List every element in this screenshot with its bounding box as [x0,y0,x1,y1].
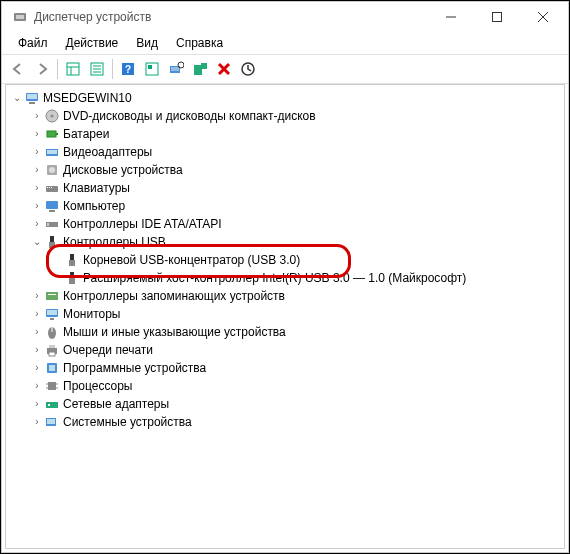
display-adapter-icon [44,144,60,160]
tree-node-software[interactable]: › Программные устройства [6,359,564,377]
expander-icon[interactable]: › [30,143,44,161]
tree-node-monitors[interactable]: › Мониторы [6,305,564,323]
menu-help[interactable]: Справка [168,34,231,52]
tree-node-mice[interactable]: › Мыши и иные указывающие устройства [6,323,564,341]
scan-hardware-button[interactable] [164,57,188,81]
tree-node-display[interactable]: › Видеоадаптеры [6,143,564,161]
svg-rect-43 [47,223,49,226]
tree-node-system[interactable]: › Системные устройства [6,413,564,431]
svg-rect-39 [51,187,52,188]
expander-icon[interactable]: › [30,125,44,143]
svg-rect-49 [69,278,75,284]
uninstall-button[interactable] [212,57,236,81]
network-icon [44,396,60,412]
svg-rect-45 [49,242,55,248]
expander-icon[interactable]: › [30,359,44,377]
tree-node-ide[interactable]: › Контроллеры IDE ATA/ATAPI [6,215,564,233]
expander-icon[interactable]: ⌄ [10,89,24,107]
svg-rect-62 [48,382,56,390]
node-label: Расширяемый хост-контроллер Intel(R) USB… [83,269,466,287]
usb-icon [44,234,60,250]
mouse-icon [44,324,60,340]
computer-icon [44,198,60,214]
svg-rect-51 [48,294,56,295]
maximize-button[interactable] [474,2,520,32]
expander-icon[interactable]: › [30,395,44,413]
expander-icon[interactable]: › [30,161,44,179]
expander-icon[interactable]: › [30,179,44,197]
usb-icon [64,270,80,286]
svg-rect-46 [70,254,74,260]
tree-node-storage-controllers[interactable]: › Контроллеры запоминающих устройств [6,287,564,305]
expander-icon[interactable]: › [30,215,44,233]
svg-rect-27 [29,102,35,104]
dvd-icon [44,108,60,124]
forward-button[interactable] [30,57,54,81]
node-label: Контроллеры IDE ATA/ATAPI [63,215,222,233]
expander-icon[interactable]: › [30,197,44,215]
node-label: Контроллеры USB [63,233,166,251]
battery-icon [44,126,60,142]
tree-node-usb-controllers[interactable]: ⌄ Контроллеры USB [6,233,564,251]
storage-icon [44,288,60,304]
svg-rect-61 [49,365,55,371]
window-controls [428,2,566,32]
toolbar-separator [112,59,113,79]
expander-icon[interactable]: › [30,341,44,359]
svg-rect-20 [194,65,202,75]
help-button[interactable]: ? [116,57,140,81]
expander-icon[interactable]: › [30,413,44,431]
properties-button[interactable] [85,57,109,81]
menu-action[interactable]: Действие [58,34,127,52]
back-button[interactable] [6,57,30,81]
svg-text:?: ? [125,64,131,75]
svg-rect-50 [46,292,58,300]
device-tree[interactable]: ⌄ MSEDGEWIN10 › DVD-дисководы и дисковод… [5,84,565,549]
minimize-button[interactable] [428,2,474,32]
show-hide-tree-button[interactable] [61,57,85,81]
add-hardware-button[interactable] [188,57,212,81]
menubar: Файл Действие Вид Справка [2,32,568,54]
tree-node-disk[interactable]: › Дисковые устройства [6,161,564,179]
svg-rect-3 [493,13,502,22]
device-manager-window: Диспетчер устройств Файл Действие Вид Сп… [1,1,569,553]
svg-rect-21 [201,63,207,69]
ide-icon [44,216,60,232]
tree-node-computer[interactable]: › Компьютер [6,197,564,215]
svg-rect-36 [46,186,58,192]
node-label: Процессоры [63,377,133,395]
tree-root-node[interactable]: ⌄ MSEDGEWIN10 [6,89,564,107]
expander-icon[interactable]: › [30,323,44,341]
tree-node-print[interactable]: › Очереди печати [6,341,564,359]
action-button[interactable] [140,57,164,81]
toolbar-separator [57,59,58,79]
tree-node-usb-root-hub[interactable]: Корневой USB-концентратор (USB 3.0) [6,251,564,269]
system-device-icon [44,414,60,430]
tree-node-usb-xhci[interactable]: Расширяемый хост-контроллер Intel(R) USB… [6,269,564,287]
svg-rect-37 [47,187,48,188]
tree-node-dvd[interactable]: › DVD-дисководы и дисководы компакт-диск… [6,107,564,125]
menu-view[interactable]: Вид [128,34,166,52]
expander-icon[interactable]: › [30,377,44,395]
tree-node-batteries[interactable]: › Батареи [6,125,564,143]
svg-rect-18 [171,67,179,71]
svg-rect-1 [16,15,24,19]
close-button[interactable] [520,2,566,32]
expander-icon[interactable]: ⌄ [30,233,44,251]
svg-point-35 [49,167,55,173]
tree-node-keyboard[interactable]: › Клавиатуры [6,179,564,197]
expander-icon[interactable]: › [30,287,44,305]
tree-node-network[interactable]: › Сетевые адаптеры [6,395,564,413]
toolbar: ? [2,54,568,84]
svg-rect-38 [49,187,50,188]
svg-rect-40 [46,201,58,209]
tree-node-cpu[interactable]: › Процессоры [6,377,564,395]
update-driver-button[interactable] [236,57,260,81]
expander-icon[interactable]: › [30,107,44,125]
node-label: MSEDGEWIN10 [43,89,132,107]
expander-icon[interactable]: › [30,305,44,323]
node-label: Системные устройства [63,413,192,431]
menu-file[interactable]: Файл [10,34,56,52]
svg-point-19 [178,62,184,68]
svg-rect-44 [50,236,54,242]
